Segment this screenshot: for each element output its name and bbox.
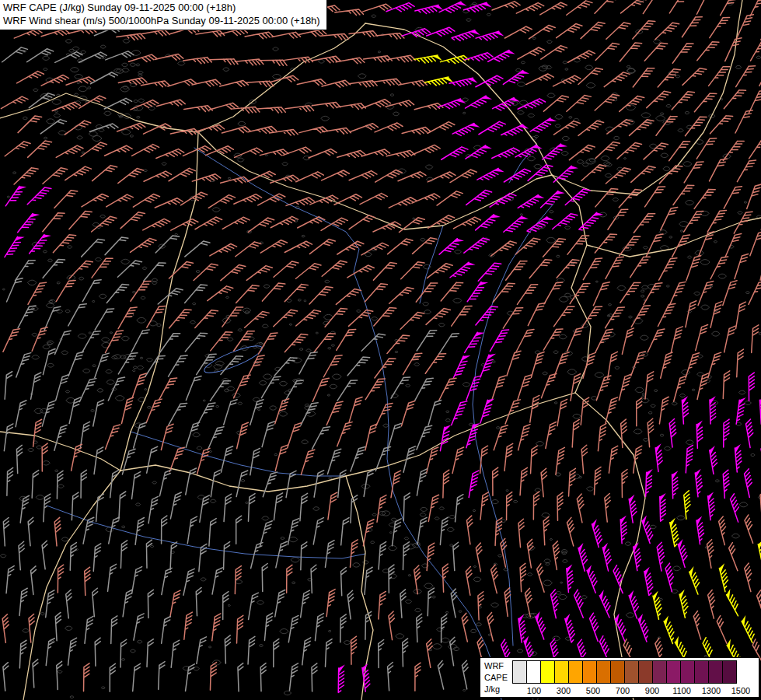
legend-tick: 1500 [726,684,756,695]
legend-tick: 1100 [667,684,696,695]
legend-swatch [652,660,667,684]
legend-swatch [708,660,723,684]
legend-swatch [722,660,737,684]
legend-swatch [610,660,625,684]
legend-swatch [568,660,583,684]
weather-map: WRF CAPE (J/kg) Sunday 09-11-2025 00:00 … [0,0,761,700]
legend-swatch [596,660,611,684]
legend-swatch [666,660,681,684]
legend-swatch [638,660,653,684]
legend-model-label: WRF [484,661,508,670]
legend-swatch [624,660,639,684]
legend-scale: 100300500700900110013001500 [512,658,759,697]
legend-tick: 700 [608,684,637,695]
legend-labels: WRF CAPE J/kg [480,658,512,697]
legend-unit-label: J/kg [484,684,508,694]
legend-tick-row: 100300500700900110013001500 [519,684,756,695]
legend-swatch [512,660,527,684]
legend-parameter-label: CAPE [484,673,508,682]
wind-barb-field [0,0,761,700]
legend-tick: 300 [549,684,578,695]
map-title-overlay: WRF CAPE (J/kg) Sunday 09-11-2025 00:00 … [0,0,327,30]
legend-swatch [680,660,695,684]
cape-legend: WRF CAPE J/kg 10030050070090011001300150… [480,657,759,698]
legend-swatch [694,660,709,684]
legend-swatch [540,660,555,684]
legend-swatch [582,660,597,684]
legend-color-scale [512,660,756,684]
legend-swatch [554,660,569,684]
legend-swatch [526,660,541,684]
legend-tick: 500 [578,684,608,695]
legend-tick: 900 [637,684,667,695]
legend-tick: 1300 [696,684,726,695]
cape-title: WRF CAPE (J/kg) Sunday 09-11-2025 00:00 … [3,1,320,14]
shear-title: WRF Wind shear (m/s) 500/1000hPa Sunday … [3,14,320,27]
legend-tick: 100 [519,684,549,695]
